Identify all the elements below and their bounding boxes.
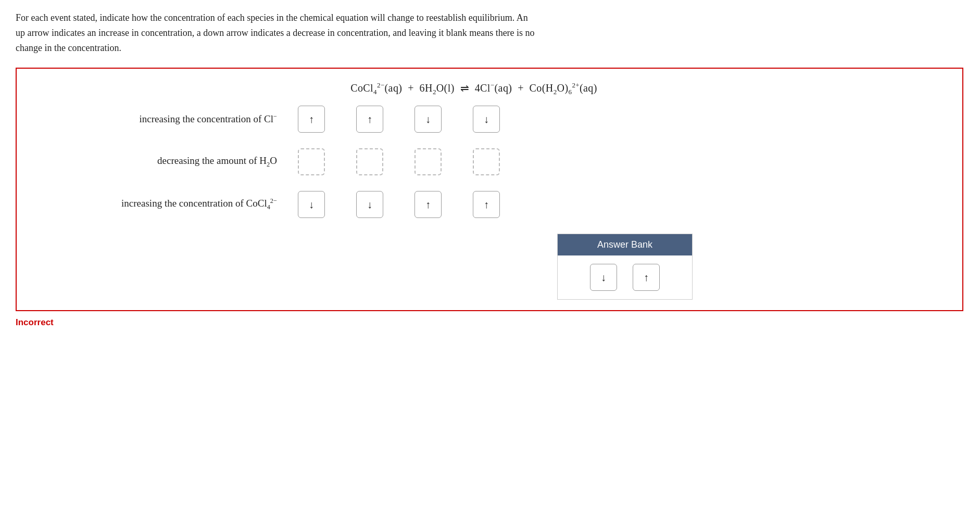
row-3-cell-1[interactable]: ↓ <box>298 191 325 218</box>
equation-row: CoCl42−(aq) + 6H2O(l) ⇌ 4Cl−(aq) + Co(H2… <box>27 81 952 96</box>
answer-bank-cells: ↓ ↑ <box>558 255 692 299</box>
answer-bank-down[interactable]: ↓ <box>590 264 617 291</box>
row-1: increasing the concentration of Cl− ↑ ↑ … <box>27 106 952 133</box>
row-2-label: decreasing the amount of H2O <box>27 155 298 169</box>
row-1-cell-2[interactable]: ↑ <box>356 106 383 133</box>
row-3-cell-3[interactable]: ↑ <box>414 191 442 218</box>
row-3-cells: ↓ ↓ ↑ ↑ <box>298 191 500 218</box>
answer-bank: Answer Bank ↓ ↑ <box>557 234 693 300</box>
row-2: decreasing the amount of H2O <box>27 148 952 175</box>
row-2-cell-1[interactable] <box>298 148 325 175</box>
row-2-cell-4[interactable] <box>473 148 500 175</box>
answer-bank-header: Answer Bank <box>558 234 692 255</box>
equation-display: CoCl42−(aq) + 6H2O(l) ⇌ 4Cl−(aq) + Co(H2… <box>350 81 597 96</box>
row-3-cell-2[interactable]: ↓ <box>356 191 383 218</box>
row-3: increasing the concentration of CoCl42− … <box>27 191 952 218</box>
row-2-cell-2[interactable] <box>356 148 383 175</box>
row-2-cells <box>298 148 500 175</box>
row-1-cell-1[interactable]: ↑ <box>298 106 325 133</box>
question-box: CoCl42−(aq) + 6H2O(l) ⇌ 4Cl−(aq) + Co(H2… <box>16 68 963 311</box>
row-1-cell-4[interactable]: ↓ <box>473 106 500 133</box>
row-2-cell-3[interactable] <box>414 148 442 175</box>
row-1-label: increasing the concentration of Cl− <box>27 113 298 125</box>
answer-bank-up[interactable]: ↑ <box>633 264 660 291</box>
answer-bank-container: Answer Bank ↓ ↑ <box>298 234 952 300</box>
row-3-cell-4[interactable]: ↑ <box>473 191 500 218</box>
incorrect-label: Incorrect <box>16 317 964 328</box>
instructions-text: For each event stated, indicate how the … <box>16 10 536 55</box>
row-1-cell-3[interactable]: ↓ <box>414 106 442 133</box>
row-1-cells: ↑ ↑ ↓ ↓ <box>298 106 500 133</box>
row-3-label: increasing the concentration of CoCl42− <box>27 197 298 211</box>
